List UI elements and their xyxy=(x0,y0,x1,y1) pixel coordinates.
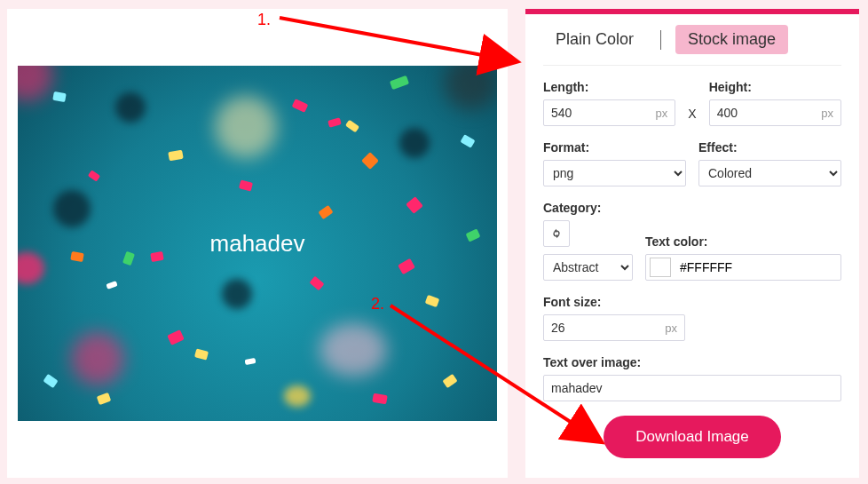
effect-select[interactable]: ColoredGrayscaleBlur xyxy=(698,160,841,186)
length-unit: px xyxy=(656,107,675,120)
fontsize-unit: px xyxy=(665,321,684,335)
textcolor-input[interactable] xyxy=(675,260,840,274)
category-label: Category: xyxy=(543,201,633,215)
length-label: Length: xyxy=(543,80,675,94)
height-input[interactable] xyxy=(710,100,822,125)
fontsize-label: Font size: xyxy=(543,295,841,309)
height-unit: px xyxy=(821,107,840,120)
controls-panel: Plain Color Stock image Length: px X Hei… xyxy=(525,9,859,478)
format-select[interactable]: pngjpggifwebp xyxy=(543,160,686,186)
refresh-icon xyxy=(550,227,563,240)
preview-image: mahadev xyxy=(18,66,497,421)
tab-stock-image[interactable]: Stock image xyxy=(675,25,788,54)
format-label: Format: xyxy=(543,140,686,155)
refresh-category-button[interactable] xyxy=(543,220,570,247)
download-button[interactable]: Download Image xyxy=(604,416,781,458)
height-label: Height: xyxy=(709,80,841,94)
textover-label: Text over image: xyxy=(543,355,841,369)
fontsize-input[interactable] xyxy=(544,315,665,340)
effect-label: Effect: xyxy=(698,140,841,155)
dimensions-separator: X xyxy=(688,107,696,126)
category-select[interactable]: AbstractNaturePeopleBusiness xyxy=(543,254,633,281)
textcolor-swatch[interactable] xyxy=(650,258,671,277)
length-input[interactable] xyxy=(544,100,656,125)
textcolor-label: Text color: xyxy=(645,234,841,249)
tab-separator xyxy=(660,30,661,50)
preview-overlay-text: mahadev xyxy=(210,230,305,258)
tab-plain-color[interactable]: Plain Color xyxy=(543,25,646,54)
preview-panel: mahadev xyxy=(7,9,508,478)
textover-input[interactable] xyxy=(544,376,840,401)
